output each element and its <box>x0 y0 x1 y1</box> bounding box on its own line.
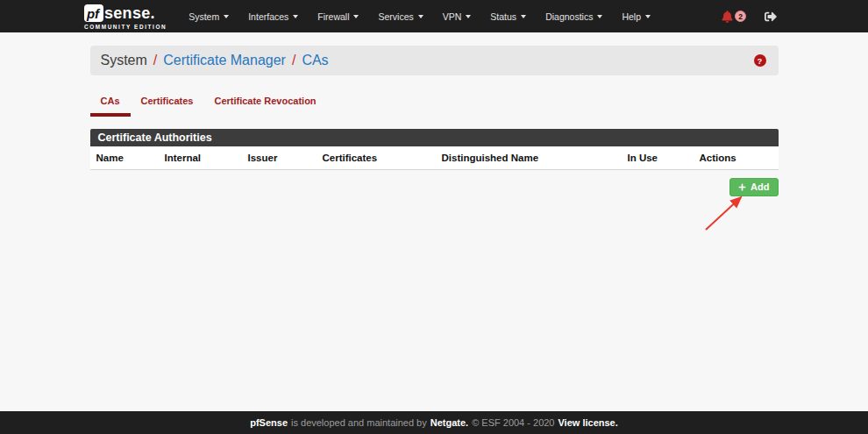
caret-down-icon <box>293 15 298 18</box>
pfsense-logo-row: pf sense. <box>84 4 167 23</box>
footer-brand: pfSense <box>250 417 288 428</box>
plus-icon <box>738 183 746 191</box>
certificate-authorities-panel: Certificate Authorities Name Internal Is… <box>90 129 779 170</box>
breadcrumb: System / Certificate Manager / CAs ? <box>90 46 779 75</box>
add-button[interactable]: Add <box>729 178 778 196</box>
caret-down-icon <box>418 15 423 18</box>
add-button-row: Add <box>90 178 779 196</box>
caret-down-icon <box>521 15 526 18</box>
column-header-distinguished-name: Distinguished Name <box>436 146 622 170</box>
top-navbar: pf sense. COMMUNITY EDITION System Inter… <box>0 0 868 32</box>
footer-view-license-link[interactable]: View license. <box>558 417 617 428</box>
help-icon[interactable]: ? <box>754 54 766 67</box>
main-menu: System Interfaces Firewall Services VPN … <box>179 0 660 32</box>
menu-firewall[interactable]: Firewall <box>308 0 368 32</box>
menu-interfaces[interactable]: Interfaces <box>238 0 308 32</box>
footer-maintained-text: is developed and maintained by <box>291 417 427 428</box>
column-header-in-use: In Use <box>622 146 694 170</box>
column-header-issuer: Issuer <box>242 146 317 170</box>
pfsense-logo-pf: pf <box>84 4 103 22</box>
navbar-right: 2 <box>722 11 868 23</box>
tab-certificate-revocation[interactable]: Certificate Revocation <box>203 90 326 117</box>
footer-netgate-link[interactable]: Netgate. <box>430 417 468 428</box>
pfsense-logo[interactable]: pf sense. COMMUNITY EDITION <box>84 4 167 30</box>
breadcrumb-separator: / <box>292 53 295 68</box>
notifications-bell-icon[interactable]: 2 <box>722 11 746 23</box>
caret-down-icon <box>224 15 229 18</box>
column-header-actions: Actions <box>694 146 779 170</box>
bell-icon <box>722 11 733 23</box>
caret-down-icon <box>645 15 651 18</box>
menu-system[interactable]: System <box>179 0 238 32</box>
footer: pfSense is developed and maintained by N… <box>0 411 868 434</box>
panel-title: Certificate Authorities <box>90 129 779 146</box>
add-button-label: Add <box>751 181 769 192</box>
notification-count-badge: 2 <box>735 11 746 22</box>
certificate-authorities-table: Name Internal Issuer Certificates Distin… <box>90 146 779 170</box>
menu-services[interactable]: Services <box>368 0 432 32</box>
menu-diagnostics[interactable]: Diagnostics <box>536 0 612 32</box>
breadcrumb-separator: / <box>153 53 157 68</box>
caret-down-icon <box>597 15 602 18</box>
menu-help[interactable]: Help <box>612 0 660 32</box>
pfsense-logo-edition: COMMUNITY EDITION <box>84 24 167 30</box>
column-header-name: Name <box>90 146 159 170</box>
breadcrumb-system: System <box>101 53 147 68</box>
breadcrumb-certificate-manager-link[interactable]: Certificate Manager <box>163 53 286 68</box>
menu-status[interactable]: Status <box>480 0 536 32</box>
logout-icon[interactable] <box>765 11 777 23</box>
table-header-row: Name Internal Issuer Certificates Distin… <box>90 146 779 170</box>
caret-down-icon <box>353 15 359 18</box>
menu-vpn[interactable]: VPN <box>433 0 481 32</box>
tab-bar: CAs Certificates Certificate Revocation <box>90 90 779 117</box>
pfsense-logo-sense: sense. <box>104 4 155 23</box>
breadcrumb-cas-link[interactable]: CAs <box>302 53 328 68</box>
column-header-internal: Internal <box>159 146 242 170</box>
footer-copyright: © ESF 2004 - 2020 <box>472 417 554 428</box>
caret-down-icon <box>466 15 471 18</box>
tab-certificates[interactable]: Certificates <box>131 90 204 117</box>
tab-cas[interactable]: CAs <box>90 90 131 117</box>
content-container: System / Certificate Manager / CAs ? CAs… <box>90 46 779 196</box>
column-header-certificates: Certificates <box>317 146 436 170</box>
